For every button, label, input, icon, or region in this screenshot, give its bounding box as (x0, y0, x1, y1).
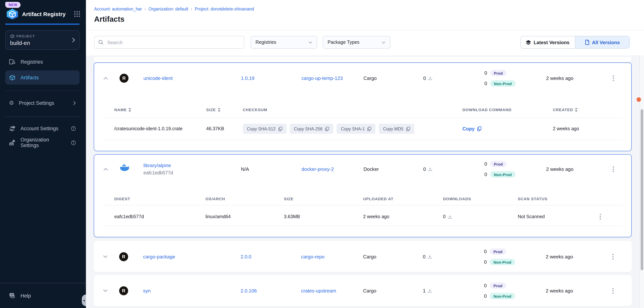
app-title: Artifact Registry (22, 11, 73, 17)
column-header-size[interactable]: SIZE (206, 107, 220, 112)
collapse-row-button[interactable] (102, 166, 109, 173)
artifact-name-link[interactable]: cargo-package (143, 254, 175, 259)
package-types-filter-dropdown[interactable]: Package Types (323, 36, 390, 49)
chevron-down-icon (308, 41, 312, 44)
artifact-registry-link[interactable]: cargo-up-temp-123 (302, 75, 343, 81)
collapse-arrow-icon: ◀ (83, 299, 84, 302)
package-type: Docker (364, 166, 379, 172)
nonprod-count: 0 (479, 293, 487, 299)
row-menu-kebab-icon[interactable] (608, 73, 618, 83)
artifact-registry-link[interactable]: cargo-repo (301, 254, 324, 259)
app-grid-icon[interactable] (73, 10, 81, 18)
layers-icon (526, 40, 531, 45)
sidebar-item-artifacts[interactable]: Artifacts (5, 70, 80, 85)
prod-deployments: 0 Prod (479, 248, 506, 255)
copy-icon (278, 126, 282, 131)
search-input[interactable] (106, 39, 240, 46)
table-divider (103, 117, 622, 118)
info-icon[interactable] (71, 126, 76, 131)
all-versions-tab[interactable]: All Versions (575, 36, 630, 48)
copy-button-label: Copy SHA-1 (341, 126, 365, 131)
registries-filter-label: Registries (256, 40, 276, 45)
breadcrumb-account-link[interactable]: Account: automation_har (94, 7, 142, 11)
artifacts-list: R unicode-ident 1.0.19 cargo-up-temp-123… (86, 55, 644, 308)
table-divider (103, 205, 622, 205)
copy-button-label: Copy SHA-512 (247, 126, 276, 131)
column-header-label: SIZE (206, 107, 216, 112)
sidebar-divider (5, 91, 80, 91)
created-time: 2 weeks ago (546, 75, 574, 81)
feedback-widget-handle[interactable] (636, 97, 641, 102)
breadcrumb-project-link[interactable]: Project: donotdelete-shivanand (195, 7, 254, 11)
project-cube-icon (10, 34, 14, 39)
artifact-registry-link[interactable]: crates-upstream (301, 288, 336, 293)
project-name: build-en (10, 40, 30, 46)
artifact-name-link[interactable]: syn (143, 288, 150, 293)
svg-text:?: ? (11, 293, 12, 296)
search-icon (98, 40, 104, 45)
artifacts-box-icon (9, 74, 16, 81)
main-content: Account: automation_har › Organization: … (86, 0, 644, 308)
column-header-scan-status: SCAN STATUS (518, 197, 548, 201)
info-icon[interactable] (71, 140, 76, 145)
expand-row-button[interactable] (102, 287, 109, 294)
module-active-underline (5, 24, 80, 25)
nonprod-badge: Non-Prod (490, 80, 516, 87)
artifact-version: N/A (241, 166, 249, 172)
sidebar-item-organization-settings[interactable]: Organization Settings (5, 135, 80, 150)
sidebar-item-account-settings[interactable]: Account Settings (5, 121, 80, 135)
artifact-name-link[interactable]: unicode-ident (144, 75, 172, 81)
nonprod-deployments: 0 Non-Prod (480, 171, 516, 178)
artifact-registry-link[interactable]: docker-proxy-2 (302, 166, 334, 172)
artifact-name-link[interactable]: library/alpine (144, 163, 171, 168)
copy-sha1-button[interactable]: Copy SHA-1 (337, 124, 376, 134)
package-type: Cargo (364, 75, 377, 81)
copy-download-command-button[interactable]: Copy (462, 126, 481, 131)
file-name: /cratesunicode-ident-1.0.19.crate (114, 126, 183, 131)
sidebar-collapse-toggle[interactable]: ◀ (82, 294, 86, 306)
collapse-row-button[interactable] (102, 75, 109, 82)
organization-settings-icon (9, 139, 16, 146)
column-header-created[interactable]: CREATED (553, 107, 578, 112)
image-size: 3.63MB (284, 214, 300, 219)
expand-row-button[interactable] (102, 253, 109, 260)
column-header-download-command: DOWNLOAD COMMAND (462, 107, 512, 112)
sort-icon (218, 108, 220, 112)
copy-sha512-button[interactable]: Copy SHA-512 (243, 124, 286, 134)
versions-toggle: Latest Versions All Versions (520, 36, 630, 49)
column-header-name[interactable]: NAME (114, 107, 131, 112)
prod-deployments: 0 Prod (480, 70, 506, 76)
help-button[interactable]: ? Help (5, 288, 72, 303)
copy-sha256-button[interactable]: Copy SHA-256 (290, 124, 333, 134)
scrollbar-thumb[interactable] (640, 109, 643, 270)
nonprod-deployments: 0 Non-Prod (479, 259, 515, 265)
prod-deployments: 0 Prod (480, 161, 506, 167)
prod-deployments: 0 Prod (479, 282, 506, 289)
breadcrumb-organization-link[interactable]: Organization: default (148, 7, 188, 11)
sort-icon (129, 108, 131, 112)
row-menu-kebab-icon[interactable] (608, 164, 618, 174)
row-menu-kebab-icon[interactable] (595, 211, 606, 222)
project-selector[interactable]: PROJECT build-en (5, 30, 80, 50)
sidebar-item-project-settings[interactable]: ⚙ Project Settings (5, 96, 80, 110)
row-menu-kebab-icon[interactable] (608, 285, 618, 296)
latest-versions-tab[interactable]: Latest Versions (521, 36, 575, 48)
digest-link[interactable]: eafc1edb577d (114, 214, 144, 219)
help-divider (0, 283, 86, 283)
artifact-version-link[interactable]: 1.0.19 (241, 75, 254, 81)
artifact-version-link[interactable]: 2.0.0 (240, 254, 252, 259)
page-title: Artifacts (94, 15, 124, 24)
copy-md5-button[interactable]: Copy MD5 (379, 124, 414, 134)
new-badge: NEW (5, 2, 21, 8)
registries-filter-dropdown[interactable]: Registries (251, 36, 317, 49)
copy-button-label: Copy SHA-256 (294, 126, 322, 131)
artifact-card-unicode-ident: R unicode-ident 1.0.19 cargo-up-temp-123… (94, 63, 632, 151)
chevron-down-icon (382, 41, 386, 44)
sidebar-item-registries[interactable]: Registries (5, 55, 80, 69)
row-menu-kebab-icon[interactable] (608, 251, 618, 262)
column-header-uploaded-at: UPLOADED AT (363, 197, 394, 201)
sidebar-item-label: Registries (20, 59, 76, 65)
artifact-version-link[interactable]: 2.0.106 (240, 288, 257, 293)
prod-count: 0 (480, 70, 487, 76)
help-label: Help (20, 293, 31, 298)
